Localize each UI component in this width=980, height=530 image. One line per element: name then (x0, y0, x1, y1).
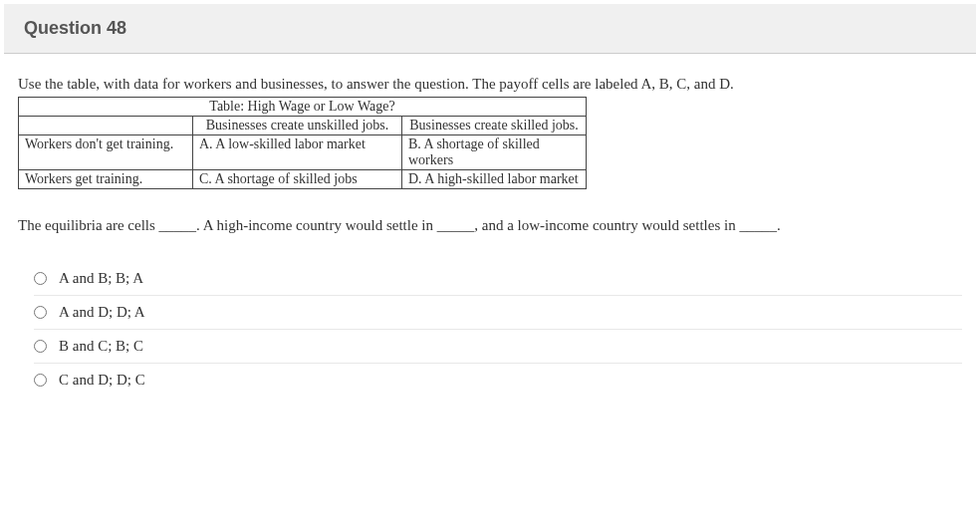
table-col-header-1: Businesses create unskilled jobs. (193, 117, 402, 135)
table-row: Workers don't get training. A. A low-ski… (19, 135, 587, 170)
radio-option-4[interactable] (34, 374, 47, 387)
answer-option-2[interactable]: A and D; D; A (34, 296, 962, 330)
option-label: B and C; B; C (59, 338, 143, 355)
answer-options: A and B; B; A A and D; D; A B and C; B; … (18, 262, 962, 397)
question-title: Question 48 (24, 18, 956, 39)
table-cell-B: B. A shortage of skilled workers (402, 135, 587, 170)
table-cell-D: D. A high-skilled labor market (402, 170, 587, 189)
table-caption: Table: High Wage or Low Wage? (19, 98, 587, 117)
table-cell-C: C. A shortage of skilled jobs (193, 170, 402, 189)
question-prompt: The equilibria are cells _____. A high-i… (18, 217, 962, 234)
question-header: Question 48 (4, 4, 976, 54)
radio-option-2[interactable] (34, 306, 47, 319)
answer-option-1[interactable]: A and B; B; A (34, 262, 962, 296)
question-content: Use the table, with data for workers and… (0, 54, 980, 418)
radio-option-1[interactable] (34, 272, 47, 285)
radio-option-3[interactable] (34, 340, 47, 353)
table-corner (19, 117, 193, 135)
question-intro: Use the table, with data for workers and… (18, 76, 962, 93)
table-col-header-2: Businesses create skilled jobs. (402, 117, 587, 135)
answer-option-3[interactable]: B and C; B; C (34, 330, 962, 364)
answer-option-4[interactable]: C and D; D; C (34, 364, 962, 397)
table-cell-A: A. A low-skilled labor market (193, 135, 402, 170)
table-row: Workers get training. C. A shortage of s… (19, 170, 587, 189)
option-label: A and D; D; A (59, 304, 145, 321)
table-row-label-1: Workers don't get training. (19, 135, 193, 170)
option-label: C and D; D; C (59, 372, 145, 389)
option-label: A and B; B; A (59, 270, 143, 287)
payoff-table: Table: High Wage or Low Wage? Businesses… (18, 97, 587, 189)
table-row-label-2: Workers get training. (19, 170, 193, 189)
